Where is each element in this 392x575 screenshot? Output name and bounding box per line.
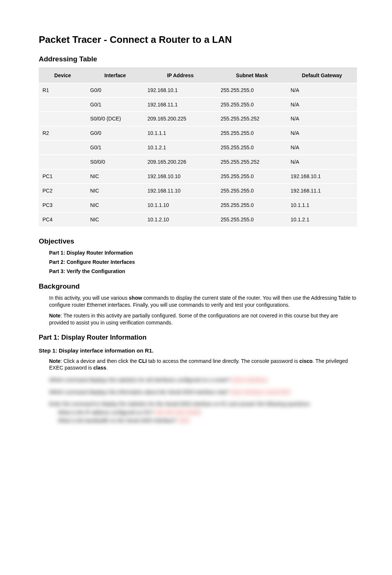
cell-device	[39, 140, 86, 155]
cell-ip: 192.168.10.10	[144, 169, 217, 184]
cell-ip: 10.1.2.10	[144, 212, 217, 227]
blurred-item: Which command displays the information a…	[49, 388, 357, 396]
cell-interface: G0/1	[86, 98, 144, 112]
table-row: PC4 NIC 10.1.2.10 255.255.255.0 10.1.2.1	[39, 212, 357, 227]
cell-gw: N/A	[287, 126, 357, 140]
cell-interface: S0/0/0 (DCE)	[86, 112, 144, 126]
blurred-item: Which command displays the statistics fo…	[49, 376, 357, 384]
objectives-heading: Objectives	[39, 237, 357, 246]
col-mask: Subnet Mask	[217, 68, 287, 83]
cell-device: PC4	[39, 212, 86, 227]
cell-mask: 255.255.255.0	[217, 83, 287, 98]
cell-interface: NIC	[86, 169, 144, 184]
cell-gw: N/A	[287, 155, 357, 169]
cell-gw: 10.1.2.1	[287, 212, 357, 227]
cell-ip: 192.168.11.1	[144, 98, 217, 112]
blurred-item: Enter the command to display the statist…	[49, 400, 357, 425]
cell-mask: 255.255.255.252	[217, 112, 287, 126]
cell-ip: 209.165.200.225	[144, 112, 217, 126]
cell-gw: N/A	[287, 83, 357, 98]
cell-ip: 192.168.10.1	[144, 83, 217, 98]
cell-interface: NIC	[86, 198, 144, 212]
background-p1: In this activity, you will use various s…	[49, 295, 357, 309]
page-title: Packet Tracer - Connect a Router to a LA…	[39, 33, 357, 46]
cell-mask: 255.255.255.0	[217, 198, 287, 212]
cell-mask: 255.255.255.0	[217, 140, 287, 155]
cell-device: R2	[39, 126, 86, 140]
cell-gw: N/A	[287, 140, 357, 155]
cell-mask: 255.255.255.0	[217, 169, 287, 184]
cell-ip: 10.1.2.1	[144, 140, 217, 155]
cell-gw: 10.1.1.1	[287, 198, 357, 212]
step1-heading: Step 1: Display interface information on…	[39, 347, 357, 354]
table-row: PC3 NIC 10.1.1.10 255.255.255.0 10.1.1.1	[39, 198, 357, 212]
table-row: S0/0/0 (DCE) 209.165.200.225 255.255.255…	[39, 112, 357, 126]
cell-interface: NIC	[86, 212, 144, 227]
cell-device	[39, 155, 86, 169]
cell-device: PC3	[39, 198, 86, 212]
cell-interface: G0/0	[86, 126, 144, 140]
table-row: PC1 NIC 192.168.10.10 255.255.255.0 192.…	[39, 169, 357, 184]
cell-interface: G0/1	[86, 140, 144, 155]
cell-device	[39, 98, 86, 112]
addressing-table: Device Interface IP Address Subnet Mask …	[39, 68, 357, 227]
col-interface: Interface	[86, 68, 144, 83]
col-device: Device	[39, 68, 86, 83]
cell-device	[39, 112, 86, 126]
cell-ip: 209.165.200.226	[144, 155, 217, 169]
cell-ip: 10.1.1.10	[144, 198, 217, 212]
cell-mask: 255.255.255.252	[217, 155, 287, 169]
cell-ip: 192.168.11.10	[144, 184, 217, 198]
cell-device: PC2	[39, 184, 86, 198]
cell-device: R1	[39, 83, 86, 98]
cell-interface: G0/0	[86, 83, 144, 98]
cell-mask: 255.255.255.0	[217, 184, 287, 198]
table-row: R1 G0/0 192.168.10.1 255.255.255.0 N/A	[39, 83, 357, 98]
blurred-answers: Which command displays the statistics fo…	[39, 376, 357, 425]
cell-mask: 255.255.255.0	[217, 98, 287, 112]
cell-ip: 10.1.1.1	[144, 126, 217, 140]
table-row: S0/0/0 209.165.200.226 255.255.255.252 N…	[39, 155, 357, 169]
col-ip: IP Address	[144, 68, 217, 83]
background-heading: Background	[39, 282, 357, 291]
cell-mask: 255.255.255.0	[217, 212, 287, 227]
cell-gw: 192.168.10.1	[287, 169, 357, 184]
step1-note: Note: Click a device and then click the …	[49, 358, 357, 372]
cell-gw: N/A	[287, 98, 357, 112]
table-row: G0/1 10.1.2.1 255.255.255.0 N/A	[39, 140, 357, 155]
cell-interface: S0/0/0	[86, 155, 144, 169]
objective-item: Part 2: Configure Router Interfaces	[49, 259, 357, 266]
cell-gw: 192.168.11.1	[287, 184, 357, 198]
addressing-heading: Addressing Table	[39, 54, 357, 64]
cell-mask: 255.255.255.0	[217, 126, 287, 140]
table-row: PC2 NIC 192.168.11.10 255.255.255.0 192.…	[39, 184, 357, 198]
table-row: G0/1 192.168.11.1 255.255.255.0 N/A	[39, 98, 357, 112]
background-p2: Note: The routers in this activity are p…	[49, 312, 357, 326]
col-gateway: Default Gateway	[287, 68, 357, 83]
table-header-row: Device Interface IP Address Subnet Mask …	[39, 68, 357, 83]
objective-item: Part 3: Verify the Configuration	[49, 268, 357, 275]
cell-gw: N/A	[287, 112, 357, 126]
table-row: R2 G0/0 10.1.1.1 255.255.255.0 N/A	[39, 126, 357, 140]
cell-device: PC1	[39, 169, 86, 184]
objective-item: Part 1: Display Router Information	[49, 249, 357, 256]
part1-heading: Part 1: Display Router Information	[39, 333, 357, 342]
cell-interface: NIC	[86, 184, 144, 198]
